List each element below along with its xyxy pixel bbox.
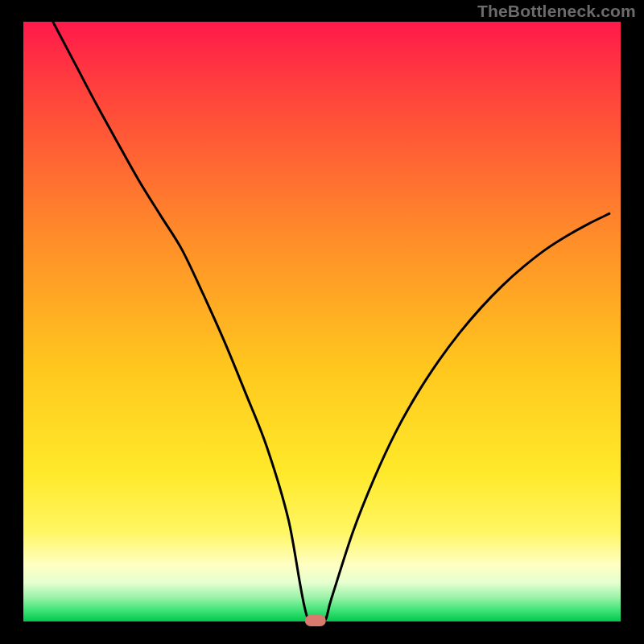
minimum-marker — [305, 615, 326, 626]
chart-container: { "watermark": "TheBottleneck.com", "col… — [0, 0, 644, 644]
heatmap-background — [23, 22, 621, 621]
bottleneck-chart — [0, 0, 644, 644]
